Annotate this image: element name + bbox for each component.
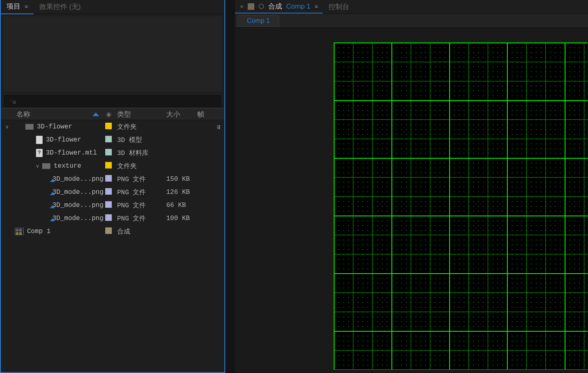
item-name-cell: 3D-flower <box>13 123 102 130</box>
project-item[interactable]: 3D_mode...pngPNG 文件100 KB <box>1 212 224 225</box>
item-type: 3D 材料库 <box>115 149 166 157</box>
composition-viewer[interactable] <box>235 28 588 373</box>
project-item[interactable]: 3D-flower3D 模型 <box>1 133 224 146</box>
tab-composition[interactable]: × ⬡ 合成 Comp 1 ≡ <box>235 0 323 13</box>
color-label[interactable] <box>105 214 112 221</box>
tab-effect-controls[interactable]: 效果控件 (无) <box>34 0 86 14</box>
close-icon[interactable]: × <box>240 3 244 10</box>
project-item[interactable]: 3D-flower.mtl3D 材料库 <box>1 146 224 160</box>
item-type: 文件夹 <box>115 162 166 171</box>
project-item[interactable]: Comp 1合成 <box>1 225 224 238</box>
project-thumbnail-area <box>3 16 222 92</box>
item-name: 3D_mode...png <box>52 202 104 209</box>
item-name: 3D-flower.mtl <box>46 149 97 157</box>
item-type: PNG 文件 <box>115 175 166 184</box>
item-name-cell: ∨texture <box>13 162 102 170</box>
composition-canvas <box>334 43 588 370</box>
item-type: 3D 模型 <box>115 136 166 144</box>
color-label[interactable] <box>105 227 112 234</box>
tab-project[interactable]: 项目 ≡ <box>1 0 34 14</box>
composition-tabs: × ⬡ 合成 Comp 1 ≡ 控制台 <box>235 0 588 14</box>
item-size: 126 KB <box>166 189 197 196</box>
column-size[interactable]: 大小 <box>166 110 197 119</box>
item-name-cell: 3D-flower.mtl <box>13 149 102 157</box>
search-input[interactable]: ⌕⁻ <box>4 95 221 107</box>
project-item[interactable]: ∨3D-flower文件夹⇶ <box>1 120 224 133</box>
tag-icon: ◈ <box>106 110 111 118</box>
item-name-cell: 3D-flower <box>13 136 102 144</box>
lock-icon[interactable]: ⬡ <box>258 2 264 10</box>
folder-icon <box>42 163 50 169</box>
item-type: 文件夹 <box>115 123 166 131</box>
folder-icon <box>25 124 34 130</box>
active-comp-link[interactable]: Comp 1 <box>286 2 311 11</box>
color-label[interactable] <box>105 123 112 129</box>
item-name: texture <box>54 162 81 170</box>
item-name: 3D_mode...png <box>52 175 104 183</box>
color-label[interactable] <box>105 162 112 169</box>
item-name-cell: 3D_mode...png <box>13 202 102 209</box>
project-item[interactable]: 3D_mode...pngPNG 文件126 KB <box>1 186 224 199</box>
project-item[interactable]: 3D_mode...pngPNG 文件150 KB <box>1 173 224 186</box>
item-type: PNG 文件 <box>115 188 166 197</box>
project-tree: ∨3D-flower文件夹⇶3D-flower3D 模型3D-flower.mt… <box>1 120 224 238</box>
item-name: 3D-flower <box>46 136 81 144</box>
item-name-cell: Comp 1 <box>13 228 102 235</box>
tab-console-label: 控制台 <box>328 2 349 11</box>
comp-mini-tab[interactable]: Comp 1 <box>237 15 279 27</box>
item-name-cell: 3D_mode...png <box>13 175 102 183</box>
comp-thumb-icon <box>248 3 254 10</box>
tab-console[interactable]: 控制台 <box>323 0 354 13</box>
project-table-header: 名称 ◈ 类型 大小 帧 <box>1 108 224 120</box>
sort-ascending-icon <box>93 112 99 116</box>
disclosure-toggle[interactable]: ∨ <box>1 124 13 130</box>
disclosure-toggle[interactable]: ∨ <box>36 163 39 169</box>
tab-effect-controls-label: 效果控件 (无) <box>39 2 81 11</box>
item-name: 3D_mode...png <box>52 189 104 196</box>
file-q-icon <box>36 149 43 157</box>
file-icon <box>36 136 43 144</box>
column-fps[interactable]: 帧 <box>197 110 214 119</box>
color-label[interactable] <box>105 136 112 142</box>
item-type: 合成 <box>115 227 166 236</box>
column-tag[interactable]: ◈ <box>102 110 115 119</box>
item-name: Comp 1 <box>27 228 51 235</box>
search-row: ⌕⁻ <box>1 94 224 108</box>
composition-panel: × ⬡ 合成 Comp 1 ≡ 控制台 Comp 1 <box>235 0 588 373</box>
color-label[interactable] <box>105 201 112 208</box>
item-size: 150 KB <box>166 175 197 183</box>
color-label[interactable] <box>105 188 112 195</box>
comp-icon <box>15 228 24 235</box>
tab-composition-label: 合成 <box>268 2 282 11</box>
color-label[interactable] <box>105 149 112 155</box>
item-name: 3D-flower <box>37 123 72 130</box>
column-type[interactable]: 类型 <box>115 110 166 119</box>
panel-menu-icon[interactable]: ≡ <box>25 3 28 10</box>
tab-project-label: 项目 <box>7 2 20 11</box>
project-item[interactable]: ∨texture文件夹 <box>1 160 224 173</box>
project-item[interactable]: 3D_mode...pngPNG 文件66 KB <box>1 199 224 212</box>
color-label[interactable] <box>105 175 112 182</box>
item-name-cell: 3D_mode...png <box>13 189 102 196</box>
item-type: PNG 文件 <box>115 201 166 210</box>
item-name-cell: 3D_mode...png <box>13 215 102 222</box>
flowchart-icon[interactable]: ⇶ <box>217 124 224 130</box>
item-size: 100 KB <box>166 215 197 222</box>
project-panel-tabs: 项目 ≡ 效果控件 (无) <box>1 0 224 14</box>
panel-divider[interactable] <box>225 0 235 373</box>
column-name[interactable]: 名称 <box>13 110 102 119</box>
comp-breadcrumb-row: Comp 1 <box>235 14 588 28</box>
item-name: 3D_mode...png <box>52 215 104 222</box>
item-size: 66 KB <box>166 202 197 209</box>
item-type: PNG 文件 <box>115 214 166 223</box>
panel-menu-icon[interactable]: ≡ <box>314 3 318 10</box>
search-icon: ⌕⁻ <box>9 98 16 105</box>
project-panel: 项目 ≡ 效果控件 (无) ⌕⁻ 名称 ◈ 类型 大小 帧 ∨3D-flower… <box>0 0 225 373</box>
